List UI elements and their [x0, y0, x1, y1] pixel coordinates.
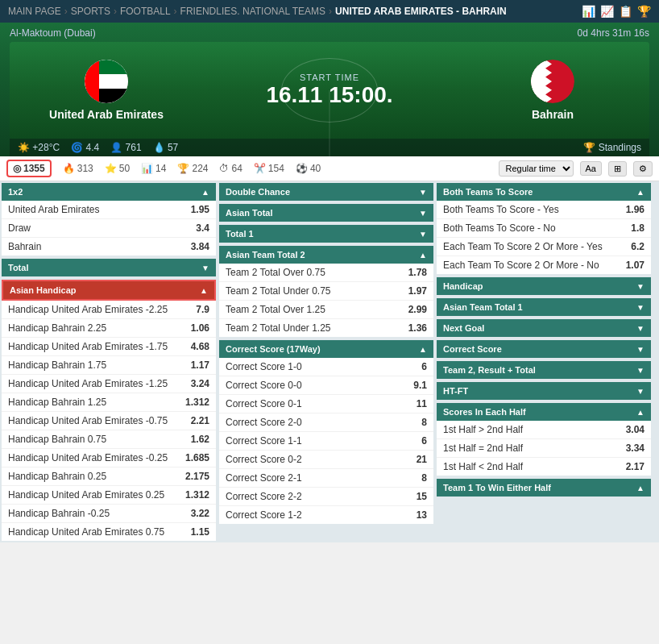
market-1x2-header[interactable]: 1x2 ▲: [2, 183, 216, 201]
odds-row-bahrain[interactable]: Bahrain 3.84: [2, 238, 216, 256]
market-asian-total-header[interactable]: Asian Total ▼: [219, 204, 433, 222]
market-scores-each-half: Scores In Each Half ▲ 1st Half > 2nd Hal…: [437, 403, 651, 476]
settings-button[interactable]: ⚙: [633, 161, 653, 177]
bar-chart-icon[interactable]: 📈: [600, 5, 614, 18]
chevron-up-icon-t1eh: ▲: [636, 484, 644, 492]
odds-row[interactable]: 1st Half > 2nd Half 3.04: [437, 421, 651, 439]
market-btts-rows: Both Teams To Score - Yes 1.96 Both Team…: [437, 201, 651, 274]
home-team-name: United Arab Emirates: [49, 108, 164, 121]
market-att2-header[interactable]: Asian Team Total 2 ▲: [219, 246, 433, 264]
chevron-up-icon-ah: ▲: [200, 286, 208, 295]
wind-speed: 🌀 4.4: [71, 142, 99, 153]
odds-row[interactable]: Correct Score 2-1 8: [219, 469, 433, 488]
market-correct-score-header[interactable]: Correct Score (17Way) ▲: [219, 340, 433, 358]
breadcrumb: MAIN PAGE › SPORTS › FOOTBALL › FRIENDLI…: [8, 6, 507, 17]
odds-row[interactable]: Correct Score 1-1 6: [219, 432, 433, 451]
view-toggle-button[interactable]: ⊞: [608, 161, 627, 177]
odds-row[interactable]: Each Team To Score 2 Or More - No 1.07: [437, 256, 651, 274]
odds-row[interactable]: Team 2 Total Over 0.75 1.78: [219, 264, 433, 282]
market-att2: Asian Team Total 2 ▲ Team 2 Total Over 0…: [219, 246, 433, 337]
odds-row[interactable]: Team 2 Total Over 1.25 2.99: [219, 301, 433, 319]
chevron-up-icon-cs: ▲: [419, 345, 427, 354]
market-t2rt-header[interactable]: Team 2, Result + Total ▼: [437, 361, 651, 379]
market-total-1: Total 1 ▼: [219, 225, 433, 243]
bah-flag-svg: [531, 60, 574, 103]
market-scores-each-half-header[interactable]: Scores In Each Half ▲: [437, 403, 651, 421]
bet-count[interactable]: ◎ 1355: [6, 160, 52, 177]
market-scores-each-half-rows: 1st Half > 2nd Half 3.04 1st Half = 2nd …: [437, 421, 651, 476]
trophy-icon[interactable]: 🏆: [637, 5, 651, 18]
odds-row[interactable]: 1st Half = 2nd Half 3.34: [437, 439, 651, 458]
market-handicap: Handicap ▼: [437, 277, 651, 295]
market-asian-handicap-rows: Handicap United Arab Emirates -2.25 7.9 …: [2, 301, 216, 541]
breadcrumb-sports[interactable]: SPORTS: [71, 6, 110, 17]
odds-row[interactable]: Correct Score 0-0 9.1: [219, 376, 433, 395]
odds-row[interactable]: Correct Score 1-2 13: [219, 506, 433, 524]
odds-row[interactable]: Handicap Bahrain 1.25 1.312: [2, 393, 216, 412]
standings-button[interactable]: 🏆 Standings: [583, 142, 641, 153]
start-time-label: START TIME: [266, 73, 392, 82]
chevron-down-icon-att1: ▼: [636, 303, 644, 312]
match-header: Al-Maktoum (Dubai) 0d 4hrs 31m 16s: [0, 23, 659, 156]
market-correct-score-right-header[interactable]: Correct Score ▼: [437, 340, 651, 358]
market-btts-header[interactable]: Both Teams To Score ▲: [437, 183, 651, 201]
stat-clock: ⏱ 64: [219, 163, 242, 174]
chevron-down-icon-t1: ▼: [419, 230, 427, 239]
market-att1-header[interactable]: Asian Team Total 1 ▼: [437, 298, 651, 316]
home-flag: [85, 60, 128, 103]
odds-row[interactable]: Handicap Bahrain -0.25 3.22: [2, 505, 216, 523]
breadcrumb-match: UNITED ARAB EMIRATES - BAHRAIN: [335, 6, 507, 17]
odds-row[interactable]: Correct Score 0-1 11: [219, 395, 433, 413]
market-btts: Both Teams To Score ▲ Both Teams To Scor…: [437, 183, 651, 274]
odds-row[interactable]: Handicap United Arab Emirates -2.25 7.9: [2, 301, 216, 319]
font-size-button[interactable]: Aa: [580, 161, 602, 176]
odds-row-draw[interactable]: Draw 3.4: [2, 219, 216, 238]
odds-row[interactable]: Correct Score 1-0 6: [219, 358, 433, 376]
odds-row[interactable]: Both Teams To Score - No 1.8: [437, 219, 651, 238]
chevron-up-icon-btts: ▲: [636, 188, 644, 197]
list-icon[interactable]: 📋: [619, 5, 632, 18]
odds-row[interactable]: Correct Score 2-2 15: [219, 488, 433, 506]
market-asian-handicap-header[interactable]: Asian Handicap ▲: [2, 280, 216, 301]
odds-row[interactable]: Handicap Bahrain 0.25 2.175: [2, 467, 216, 486]
market-asian-handicap: Asian Handicap ▲ Handicap United Arab Em…: [2, 280, 216, 541]
col-1: 1x2 ▲ United Arab Emirates 1.95 Draw 3.4…: [0, 181, 218, 542]
away-flag: [531, 60, 574, 103]
market-handicap-header[interactable]: Handicap ▼: [437, 277, 651, 295]
odds-row[interactable]: Correct Score 0-2 21: [219, 451, 433, 469]
odds-row[interactable]: Handicap Bahrain 2.25 1.06: [2, 319, 216, 338]
chevron-up-icon-seh: ▲: [636, 408, 644, 417]
time-filter-select[interactable]: Regular time 1st Half 2nd Half: [499, 160, 574, 177]
odds-row[interactable]: Each Team To Score 2 Or More - Yes 6.2: [437, 238, 651, 256]
breadcrumb-main[interactable]: MAIN PAGE: [8, 6, 61, 17]
stat-goal: ⚽ 40: [296, 163, 321, 174]
odds-row[interactable]: Correct Score 2-0 8: [219, 413, 433, 432]
market-t1-either-half-header[interactable]: Team 1 To Win Either Half ▲: [437, 479, 651, 497]
odds-row[interactable]: Both Teams To Score - Yes 1.96: [437, 201, 651, 219]
odds-row[interactable]: Handicap United Arab Emirates 0.25 1.312: [2, 486, 216, 505]
odds-row[interactable]: Team 2 Total Under 1.25 1.36: [219, 319, 433, 337]
market-htft-header[interactable]: HT-FT ▼: [437, 382, 651, 400]
chevron-down-icon-h: ▼: [636, 282, 644, 291]
odds-row[interactable]: Handicap Bahrain 0.75 1.62: [2, 430, 216, 449]
market-next-goal-header[interactable]: Next Goal ▼: [437, 319, 651, 337]
market-total-header[interactable]: Total ▼: [2, 259, 216, 276]
odds-row[interactable]: Handicap Bahrain 1.75 1.17: [2, 356, 216, 375]
odds-row[interactable]: 1st Half < 2nd Half 2.17: [437, 458, 651, 476]
odds-row[interactable]: Handicap United Arab Emirates -0.75 2.21: [2, 412, 216, 430]
odds-row-uae[interactable]: United Arab Emirates 1.95: [2, 201, 216, 219]
market-total-1-header[interactable]: Total 1 ▼: [219, 225, 433, 243]
odds-row[interactable]: Handicap United Arab Emirates -0.25 1.68…: [2, 449, 216, 467]
odds-row[interactable]: Handicap United Arab Emirates 0.75 1.15: [2, 523, 216, 541]
chevron-down-icon-ng: ▼: [636, 324, 644, 333]
breadcrumb-football[interactable]: FOOTBALL: [120, 6, 171, 17]
market-double-chance-header[interactable]: Double Chance ▼: [219, 183, 433, 201]
breadcrumb-league[interactable]: FRIENDLIES. NATIONAL TEAMS: [180, 6, 325, 17]
venue-row: Al-Maktoum (Dubai) 0d 4hrs 31m 16s: [10, 27, 649, 42]
away-team: Bahrain: [488, 60, 617, 121]
odds-row[interactable]: Handicap United Arab Emirates -1.25 3.24: [2, 375, 216, 393]
market-asian-total: Asian Total ▼: [219, 204, 433, 222]
chart-icon[interactable]: 📊: [582, 5, 595, 18]
odds-row[interactable]: Team 2 Total Under 0.75 1.97: [219, 282, 433, 301]
odds-row[interactable]: Handicap United Arab Emirates -1.75 4.68: [2, 338, 216, 356]
